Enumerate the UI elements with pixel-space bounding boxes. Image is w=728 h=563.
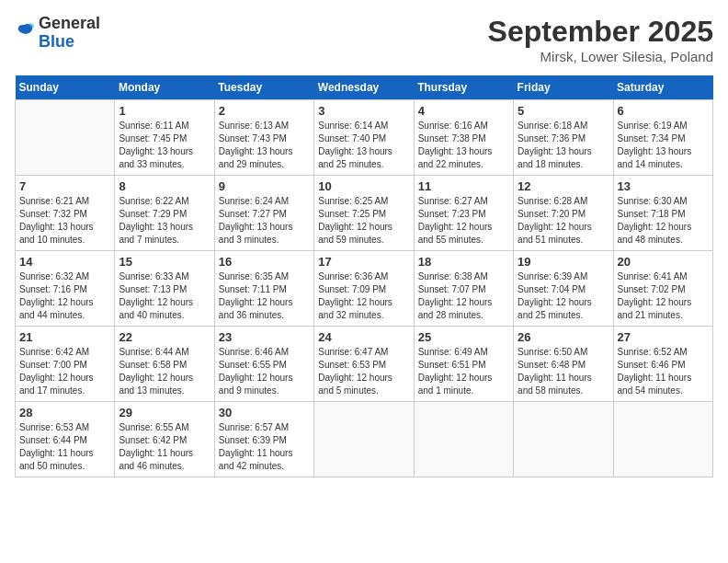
day-number: 11: [418, 179, 509, 193]
day-info: Sunrise: 6:18 AMSunset: 7:36 PMDaylight:…: [518, 120, 609, 171]
calendar-day-cell: 25Sunrise: 6:49 AMSunset: 6:51 PMDayligh…: [414, 327, 513, 402]
day-info: Sunrise: 6:52 AMSunset: 6:46 PMDaylight:…: [618, 346, 709, 397]
calendar-day-cell: 23Sunrise: 6:46 AMSunset: 6:55 PMDayligh…: [214, 327, 313, 402]
day-number: 19: [518, 255, 609, 269]
day-info: Sunrise: 6:42 AMSunset: 7:00 PMDaylight:…: [19, 346, 110, 397]
day-number: 8: [119, 179, 210, 193]
calendar-day-cell: [613, 402, 712, 477]
calendar-header-row: SundayMondayTuesdayWednesdayThursdayFrid…: [16, 75, 713, 100]
day-number: 27: [618, 330, 709, 344]
day-of-week-header: Sunday: [16, 75, 115, 100]
day-number: 22: [119, 330, 210, 344]
day-number: 5: [518, 104, 609, 118]
calendar-day-cell: [514, 402, 613, 477]
day-number: 6: [618, 104, 709, 118]
calendar-day-cell: 17Sunrise: 6:36 AMSunset: 7:09 PMDayligh…: [314, 251, 414, 327]
day-number: 17: [318, 255, 409, 269]
day-number: 10: [318, 179, 409, 193]
day-info: Sunrise: 6:14 AMSunset: 7:40 PMDaylight:…: [318, 120, 409, 171]
calendar-day-cell: 14Sunrise: 6:32 AMSunset: 7:16 PMDayligh…: [16, 251, 115, 327]
calendar-day-cell: 22Sunrise: 6:44 AMSunset: 6:58 PMDayligh…: [115, 327, 214, 402]
day-info: Sunrise: 6:19 AMSunset: 7:34 PMDaylight:…: [618, 120, 709, 171]
calendar-day-cell: 7Sunrise: 6:21 AMSunset: 7:32 PMDaylight…: [16, 176, 115, 251]
day-number: 14: [19, 255, 110, 269]
calendar-day-cell: 18Sunrise: 6:38 AMSunset: 7:07 PMDayligh…: [414, 251, 513, 327]
day-number: 18: [418, 255, 509, 269]
day-info: Sunrise: 6:25 AMSunset: 7:25 PMDaylight:…: [318, 195, 409, 247]
calendar-day-cell: 13Sunrise: 6:30 AMSunset: 7:18 PMDayligh…: [613, 176, 712, 251]
calendar-day-cell: 28Sunrise: 6:53 AMSunset: 6:44 PMDayligh…: [16, 402, 115, 477]
day-number: 25: [418, 330, 509, 344]
day-number: 7: [19, 179, 110, 193]
calendar-day-cell: 5Sunrise: 6:18 AMSunset: 7:36 PMDaylight…: [514, 100, 613, 176]
page-header: General Blue September 2025 Mirsk, Lower…: [15, 15, 713, 64]
calendar-week-row: 21Sunrise: 6:42 AMSunset: 7:00 PMDayligh…: [16, 327, 713, 402]
calendar-week-row: 28Sunrise: 6:53 AMSunset: 6:44 PMDayligh…: [16, 402, 713, 477]
day-number: 28: [19, 406, 110, 419]
calendar-title: September 2025: [488, 15, 713, 49]
calendar-day-cell: 27Sunrise: 6:52 AMSunset: 6:46 PMDayligh…: [613, 327, 712, 402]
calendar-day-cell: 24Sunrise: 6:47 AMSunset: 6:53 PMDayligh…: [314, 327, 414, 402]
calendar-day-cell: 2Sunrise: 6:13 AMSunset: 7:43 PMDaylight…: [214, 100, 313, 176]
day-info: Sunrise: 6:46 AMSunset: 6:55 PMDaylight:…: [219, 346, 310, 397]
day-info: Sunrise: 6:57 AMSunset: 6:39 PMDaylight:…: [219, 421, 310, 473]
day-of-week-header: Wednesday: [314, 75, 414, 100]
calendar-day-cell: [414, 402, 513, 477]
calendar-day-cell: 16Sunrise: 6:35 AMSunset: 7:11 PMDayligh…: [214, 251, 313, 327]
logo-general-text: General: [39, 15, 100, 33]
day-number: 3: [318, 104, 409, 118]
day-info: Sunrise: 6:13 AMSunset: 7:43 PMDaylight:…: [219, 120, 310, 171]
day-info: Sunrise: 6:41 AMSunset: 7:02 PMDaylight:…: [618, 270, 709, 322]
calendar-day-cell: 8Sunrise: 6:22 AMSunset: 7:29 PMDaylight…: [115, 176, 214, 251]
day-info: Sunrise: 6:33 AMSunset: 7:13 PMDaylight:…: [119, 270, 210, 322]
calendar-day-cell: 4Sunrise: 6:16 AMSunset: 7:38 PMDaylight…: [414, 100, 513, 176]
day-number: 13: [618, 179, 709, 193]
day-number: 2: [219, 104, 310, 118]
day-number: 30: [219, 406, 310, 419]
day-of-week-header: Saturday: [613, 75, 712, 100]
day-info: Sunrise: 6:53 AMSunset: 6:44 PMDaylight:…: [19, 421, 110, 473]
day-info: Sunrise: 6:49 AMSunset: 6:51 PMDaylight:…: [418, 346, 509, 397]
day-number: 24: [318, 330, 409, 344]
day-info: Sunrise: 6:35 AMSunset: 7:11 PMDaylight:…: [219, 270, 310, 322]
day-info: Sunrise: 6:38 AMSunset: 7:07 PMDaylight:…: [418, 270, 509, 322]
day-number: 20: [618, 255, 709, 269]
calendar-week-row: 14Sunrise: 6:32 AMSunset: 7:16 PMDayligh…: [16, 251, 713, 327]
logo: General Blue: [15, 15, 100, 52]
calendar-day-cell: 11Sunrise: 6:27 AMSunset: 7:23 PMDayligh…: [414, 176, 513, 251]
day-info: Sunrise: 6:16 AMSunset: 7:38 PMDaylight:…: [418, 120, 509, 171]
day-info: Sunrise: 6:39 AMSunset: 7:04 PMDaylight:…: [518, 270, 609, 322]
day-info: Sunrise: 6:22 AMSunset: 7:29 PMDaylight:…: [119, 195, 210, 247]
calendar-day-cell: 1Sunrise: 6:11 AMSunset: 7:45 PMDaylight…: [115, 100, 214, 176]
calendar-day-cell: 29Sunrise: 6:55 AMSunset: 6:42 PMDayligh…: [115, 402, 214, 477]
calendar-day-cell: 30Sunrise: 6:57 AMSunset: 6:39 PMDayligh…: [214, 402, 313, 477]
day-info: Sunrise: 6:32 AMSunset: 7:16 PMDaylight:…: [19, 270, 110, 322]
calendar-day-cell: 9Sunrise: 6:24 AMSunset: 7:27 PMDaylight…: [214, 176, 313, 251]
calendar-day-cell: [16, 100, 115, 176]
calendar-day-cell: 21Sunrise: 6:42 AMSunset: 7:00 PMDayligh…: [16, 327, 115, 402]
day-info: Sunrise: 6:36 AMSunset: 7:09 PMDaylight:…: [318, 270, 409, 322]
calendar-day-cell: 15Sunrise: 6:33 AMSunset: 7:13 PMDayligh…: [115, 251, 214, 327]
day-of-week-header: Thursday: [414, 75, 513, 100]
day-number: 21: [19, 330, 110, 344]
day-number: 26: [518, 330, 609, 344]
day-of-week-header: Monday: [115, 75, 214, 100]
day-number: 16: [219, 255, 310, 269]
day-info: Sunrise: 6:55 AMSunset: 6:42 PMDaylight:…: [119, 421, 210, 473]
calendar-day-cell: 12Sunrise: 6:28 AMSunset: 7:20 PMDayligh…: [514, 176, 613, 251]
day-info: Sunrise: 6:44 AMSunset: 6:58 PMDaylight:…: [119, 346, 210, 397]
day-number: 12: [518, 179, 609, 193]
logo-blue-text: Blue: [39, 33, 100, 52]
day-number: 9: [219, 179, 310, 193]
calendar-day-cell: [314, 402, 414, 477]
day-number: 1: [119, 104, 210, 118]
day-info: Sunrise: 6:30 AMSunset: 7:18 PMDaylight:…: [618, 195, 709, 247]
day-info: Sunrise: 6:28 AMSunset: 7:20 PMDaylight:…: [518, 195, 609, 247]
calendar-day-cell: 10Sunrise: 6:25 AMSunset: 7:25 PMDayligh…: [314, 176, 414, 251]
day-info: Sunrise: 6:27 AMSunset: 7:23 PMDaylight:…: [418, 195, 509, 247]
day-number: 23: [219, 330, 310, 344]
calendar-day-cell: 19Sunrise: 6:39 AMSunset: 7:04 PMDayligh…: [514, 251, 613, 327]
logo-bird-icon: [15, 21, 35, 41]
day-number: 29: [119, 406, 210, 419]
calendar-table: SundayMondayTuesdayWednesdayThursdayFrid…: [15, 75, 713, 477]
